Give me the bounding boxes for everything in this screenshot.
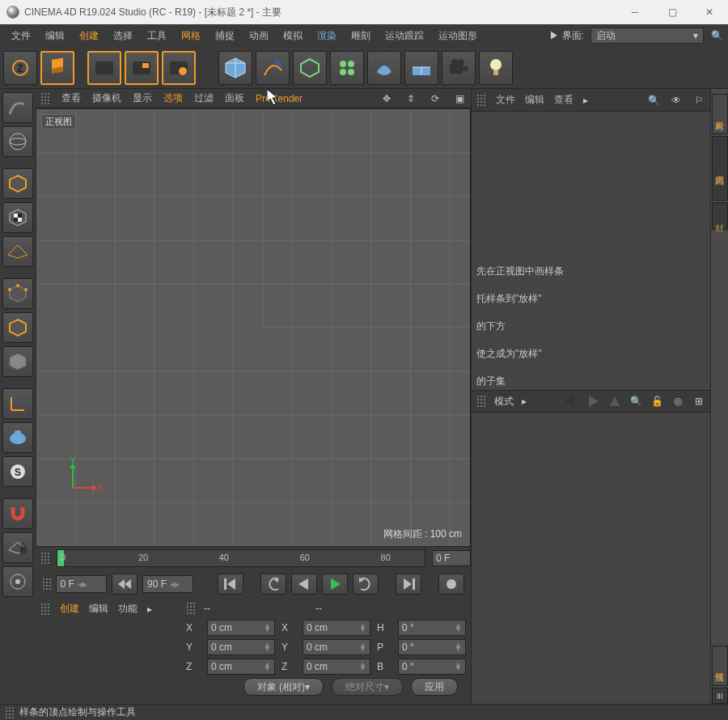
play-button[interactable] — [322, 574, 348, 595]
tool-environment[interactable] — [404, 51, 438, 85]
tool-undo[interactable]: Z — [3, 51, 37, 85]
close-button[interactable]: ✕ — [691, 0, 728, 24]
coord-create[interactable]: 创建 — [60, 602, 79, 616]
size-z-field[interactable]: 0 cm▲▼ — [303, 659, 370, 675]
om-file[interactable]: 文件 — [496, 93, 515, 107]
coord-more-icon[interactable]: ▸ — [147, 604, 152, 615]
tool-spline-pen[interactable] — [256, 51, 290, 85]
menu-mesh[interactable]: 网格 — [175, 26, 207, 46]
record-button[interactable] — [438, 574, 464, 595]
grip-icon[interactable] — [40, 603, 50, 616]
rot-b-field[interactable]: 0 °▲▼ — [398, 659, 466, 675]
lt-polys[interactable] — [2, 346, 33, 377]
play-back-button[interactable] — [291, 574, 317, 595]
menu-create[interactable]: 创建 — [73, 26, 105, 46]
search-icon[interactable]: 🔍 — [629, 395, 642, 408]
vp-display[interactable]: 显示 — [133, 91, 152, 105]
vp-view[interactable]: 查看 — [61, 91, 81, 105]
rot-h-field[interactable]: 0 °▲▼ — [398, 620, 466, 636]
lt-tweak[interactable] — [2, 422, 33, 453]
next-frame-button[interactable] — [353, 574, 379, 595]
vp-maximize-icon[interactable]: ▣ — [453, 92, 466, 105]
goto-start-button[interactable] — [218, 574, 243, 595]
grip-icon[interactable] — [42, 578, 51, 591]
flag-icon[interactable]: ⚐ — [692, 94, 705, 107]
lt-axis[interactable] — [2, 388, 33, 419]
tool-camera[interactable] — [442, 51, 476, 85]
menu-edit[interactable]: 编辑 — [39, 26, 71, 46]
vp-panel[interactable]: 面板 — [225, 91, 244, 105]
attr-more-icon[interactable]: ▸ — [522, 396, 527, 407]
lt-texture[interactable] — [2, 202, 33, 233]
grip-icon[interactable] — [476, 395, 486, 408]
size-y-field[interactable]: 0 cm▲▼ — [303, 639, 370, 655]
tab-materials[interactable]: 材 — [712, 202, 728, 230]
new-attr-icon[interactable]: ⊞ — [692, 395, 705, 408]
menu-tracker[interactable]: 运动跟踪 — [379, 26, 430, 46]
eye-icon[interactable]: 👁 — [670, 94, 683, 107]
viewport-front[interactable]: 正视图 Y X 网格间距 : 100 cm — [36, 108, 471, 547]
vp-cameras[interactable]: 摄像机 — [92, 91, 121, 105]
grip-icon[interactable] — [40, 552, 50, 565]
tool-deformer[interactable] — [367, 51, 401, 85]
vp-filter[interactable]: 过滤 — [194, 91, 214, 105]
lt-snap[interactable]: S — [2, 456, 33, 487]
attr-mode[interactable]: 模式 — [494, 395, 514, 409]
vp-rotate-icon[interactable]: ⟳ — [429, 92, 442, 105]
nav-back-icon[interactable] — [563, 396, 578, 407]
grip-icon[interactable] — [40, 92, 50, 105]
timeline-ruler[interactable]: 0 20 40 60 80 — [57, 549, 425, 567]
abs-size-select[interactable]: 绝对尺寸 ▾ — [332, 678, 403, 696]
current-frame[interactable]: 0 F — [432, 550, 471, 566]
menu-mograph[interactable]: 运动图形 — [432, 26, 484, 46]
menu-tools[interactable]: 工具 — [141, 26, 173, 46]
search-icon[interactable]: 🔍 — [710, 29, 723, 42]
lt-live-select[interactable] — [2, 92, 33, 123]
vp-move-icon[interactable]: ✥ — [380, 92, 393, 105]
lt-object[interactable] — [2, 168, 33, 199]
tool-array[interactable] — [330, 51, 364, 85]
coord-edit[interactable]: 编辑 — [89, 602, 108, 616]
tab-attributes[interactable]: 属性 — [712, 646, 728, 686]
lt-brush[interactable] — [2, 566, 33, 597]
grip-icon[interactable] — [186, 602, 196, 615]
layout-select[interactable]: 启动▾ — [590, 28, 704, 44]
lt-locked-workplane[interactable] — [2, 532, 33, 563]
pos-z-field[interactable]: 0 cm▲▼ — [207, 659, 275, 675]
prev-key-button[interactable] — [112, 574, 138, 595]
range-from[interactable]: 0 F◂▸ — [56, 575, 107, 593]
om-view[interactable]: 查看 — [554, 93, 574, 107]
menu-simulate[interactable]: 模拟 — [277, 26, 309, 46]
grip-icon[interactable] — [476, 94, 486, 107]
menu-select[interactable]: 选择 — [107, 26, 139, 46]
lt-workplane[interactable] — [2, 236, 33, 267]
vp-prorender[interactable]: ProRender — [256, 93, 303, 104]
prev-frame-button[interactable] — [260, 574, 286, 595]
menu-animate[interactable]: 动画 — [243, 26, 275, 46]
tab-content-browser[interactable]: 内容浏览 — [712, 136, 728, 201]
lt-magnet[interactable] — [2, 498, 33, 529]
rot-p-field[interactable]: 0 °▲▼ — [398, 639, 466, 655]
object-manager-area[interactable]: 先在正视图中画样条 托样条到"放样" 的下方 使之成为"放样" 的子集 — [472, 112, 710, 390]
apply-button[interactable]: 应用 — [411, 678, 458, 696]
tool-render-view[interactable] — [87, 51, 121, 85]
tool-render-region[interactable] — [125, 51, 159, 85]
tool-render-settings[interactable] — [162, 51, 196, 85]
tool-add-cube[interactable] — [218, 51, 252, 85]
search-icon[interactable]: 🔍 — [647, 94, 660, 107]
pos-x-field[interactable]: 0 cm▲▼ — [207, 620, 275, 636]
lt-edges[interactable] — [2, 312, 33, 343]
object-mode-select[interactable]: 对象 (相对) ▾ — [243, 678, 324, 696]
attribute-manager-area[interactable] — [472, 413, 710, 704]
target-icon[interactable]: ◎ — [671, 395, 684, 408]
nav-up-icon[interactable] — [608, 395, 621, 408]
lt-points[interactable] — [2, 278, 33, 309]
menu-render[interactable]: 渲染 — [311, 26, 343, 46]
lt-model[interactable] — [2, 126, 33, 157]
om-edit[interactable]: 编辑 — [525, 93, 544, 107]
minimize-button[interactable]: ─ — [616, 0, 654, 24]
vp-options[interactable]: 选项 — [163, 91, 183, 105]
goto-end-button[interactable] — [396, 574, 421, 595]
coord-func[interactable]: 功能 — [118, 602, 138, 616]
nav-fwd-icon[interactable] — [586, 396, 600, 407]
